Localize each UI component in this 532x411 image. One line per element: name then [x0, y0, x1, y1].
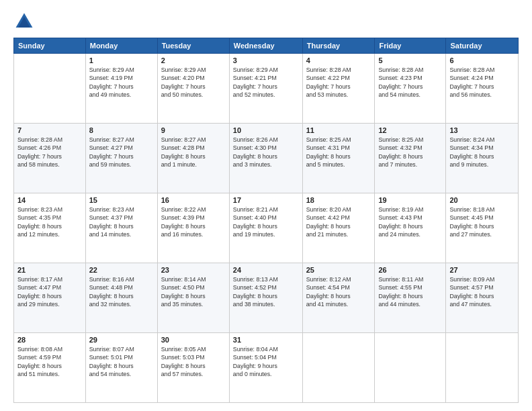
day-info: Sunrise: 8:28 AM Sunset: 4:22 PM Dayligh…: [306, 66, 371, 99]
day-number: 26: [378, 266, 442, 274]
day-number: 21: [17, 266, 82, 274]
calendar-cell: 7Sunrise: 8:28 AM Sunset: 4:26 PM Daylig…: [14, 124, 86, 193]
day-info: Sunrise: 8:17 AM Sunset: 4:47 PM Dayligh…: [17, 275, 82, 308]
day-number: 2: [161, 56, 226, 64]
day-info: Sunrise: 8:18 AM Sunset: 4:45 PM Dayligh…: [449, 205, 515, 238]
day-number: 6: [449, 56, 515, 64]
calendar-cell: 9Sunrise: 8:27 AM Sunset: 4:28 PM Daylig…: [157, 124, 229, 193]
calendar-cell: 26Sunrise: 8:11 AM Sunset: 4:55 PM Dayli…: [375, 263, 446, 333]
calendar-cell: 1Sunrise: 8:29 AM Sunset: 4:19 PM Daylig…: [85, 54, 157, 124]
day-info: Sunrise: 8:23 AM Sunset: 4:37 PM Dayligh…: [89, 205, 154, 238]
day-number: 30: [161, 336, 226, 344]
calendar-cell: 25Sunrise: 8:12 AM Sunset: 4:54 PM Dayli…: [302, 263, 375, 333]
day-info: Sunrise: 8:26 AM Sunset: 4:30 PM Dayligh…: [233, 136, 299, 169]
logo: [13, 11, 38, 32]
day-number: 24: [233, 266, 299, 274]
weekday-header-saturday: Saturday: [446, 38, 519, 54]
day-info: Sunrise: 8:25 AM Sunset: 4:31 PM Dayligh…: [306, 136, 371, 169]
week-row-2: 7Sunrise: 8:28 AM Sunset: 4:26 PM Daylig…: [14, 124, 519, 193]
calendar-cell: 3Sunrise: 8:29 AM Sunset: 4:21 PM Daylig…: [229, 54, 302, 124]
day-number: 20: [449, 196, 515, 204]
day-number: 8: [89, 126, 154, 134]
day-info: Sunrise: 8:22 AM Sunset: 4:39 PM Dayligh…: [161, 205, 226, 238]
weekday-header-monday: Monday: [85, 38, 157, 54]
day-number: 5: [378, 56, 442, 64]
day-number: 11: [306, 126, 371, 134]
weekday-header-friday: Friday: [375, 38, 446, 54]
day-info: Sunrise: 8:07 AM Sunset: 5:01 PM Dayligh…: [89, 345, 154, 378]
day-info: Sunrise: 8:23 AM Sunset: 4:35 PM Dayligh…: [17, 205, 82, 238]
day-info: Sunrise: 8:08 AM Sunset: 4:59 PM Dayligh…: [17, 345, 82, 378]
day-info: Sunrise: 8:28 AM Sunset: 4:23 PM Dayligh…: [378, 66, 442, 99]
day-number: 3: [233, 56, 299, 64]
week-row-1: 1Sunrise: 8:29 AM Sunset: 4:19 PM Daylig…: [14, 54, 519, 124]
week-row-3: 14Sunrise: 8:23 AM Sunset: 4:35 PM Dayli…: [14, 193, 519, 263]
day-info: Sunrise: 8:29 AM Sunset: 4:19 PM Dayligh…: [89, 66, 154, 99]
calendar-cell: 16Sunrise: 8:22 AM Sunset: 4:39 PM Dayli…: [157, 193, 229, 263]
day-number: 29: [89, 336, 154, 344]
week-row-5: 28Sunrise: 8:08 AM Sunset: 4:59 PM Dayli…: [14, 333, 519, 403]
day-info: Sunrise: 8:29 AM Sunset: 4:20 PM Dayligh…: [161, 66, 226, 99]
day-info: Sunrise: 8:12 AM Sunset: 4:54 PM Dayligh…: [306, 275, 371, 308]
day-number: 14: [17, 196, 82, 204]
calendar-cell: 18Sunrise: 8:20 AM Sunset: 4:42 PM Dayli…: [302, 193, 375, 263]
calendar-cell: [14, 54, 86, 124]
logo-icon: [13, 11, 35, 32]
calendar-cell: 17Sunrise: 8:21 AM Sunset: 4:40 PM Dayli…: [229, 193, 302, 263]
calendar-cell: 20Sunrise: 8:18 AM Sunset: 4:45 PM Dayli…: [446, 193, 519, 263]
day-number: 31: [233, 336, 299, 344]
day-info: Sunrise: 8:19 AM Sunset: 4:43 PM Dayligh…: [378, 205, 442, 238]
day-number: 7: [17, 126, 82, 134]
calendar-cell: [375, 333, 446, 403]
weekday-header-tuesday: Tuesday: [157, 38, 229, 54]
calendar-cell: 4Sunrise: 8:28 AM Sunset: 4:22 PM Daylig…: [302, 54, 375, 124]
day-number: 10: [233, 126, 299, 134]
day-number: 4: [306, 56, 371, 64]
day-info: Sunrise: 8:27 AM Sunset: 4:27 PM Dayligh…: [89, 136, 154, 169]
day-number: 17: [233, 196, 299, 204]
calendar-cell: 21Sunrise: 8:17 AM Sunset: 4:47 PM Dayli…: [14, 263, 86, 333]
day-info: Sunrise: 8:24 AM Sunset: 4:34 PM Dayligh…: [449, 136, 515, 169]
day-info: Sunrise: 8:25 AM Sunset: 4:32 PM Dayligh…: [378, 136, 442, 169]
calendar-cell: 13Sunrise: 8:24 AM Sunset: 4:34 PM Dayli…: [446, 124, 519, 193]
day-info: Sunrise: 8:27 AM Sunset: 4:28 PM Dayligh…: [161, 136, 226, 169]
day-info: Sunrise: 8:29 AM Sunset: 4:21 PM Dayligh…: [233, 66, 299, 99]
day-number: 28: [17, 336, 82, 344]
weekday-header-row: SundayMondayTuesdayWednesdayThursdayFrid…: [14, 38, 519, 54]
day-number: 18: [306, 196, 371, 204]
calendar-table: SundayMondayTuesdayWednesdayThursdayFrid…: [13, 38, 519, 403]
day-info: Sunrise: 8:14 AM Sunset: 4:50 PM Dayligh…: [161, 275, 226, 308]
calendar-cell: 24Sunrise: 8:13 AM Sunset: 4:52 PM Dayli…: [229, 263, 302, 333]
day-number: 16: [161, 196, 226, 204]
day-info: Sunrise: 8:16 AM Sunset: 4:48 PM Dayligh…: [89, 275, 154, 308]
day-info: Sunrise: 8:04 AM Sunset: 5:04 PM Dayligh…: [233, 345, 299, 378]
calendar-cell: 12Sunrise: 8:25 AM Sunset: 4:32 PM Dayli…: [375, 124, 446, 193]
calendar-cell: 29Sunrise: 8:07 AM Sunset: 5:01 PM Dayli…: [85, 333, 157, 403]
day-number: 25: [306, 266, 371, 274]
calendar-cell: 5Sunrise: 8:28 AM Sunset: 4:23 PM Daylig…: [375, 54, 446, 124]
day-number: 22: [89, 266, 154, 274]
day-info: Sunrise: 8:05 AM Sunset: 5:03 PM Dayligh…: [161, 345, 226, 378]
day-info: Sunrise: 8:09 AM Sunset: 4:57 PM Dayligh…: [449, 275, 515, 308]
day-number: 13: [449, 126, 515, 134]
day-number: 23: [161, 266, 226, 274]
header: [13, 11, 519, 32]
calendar-cell: 8Sunrise: 8:27 AM Sunset: 4:27 PM Daylig…: [85, 124, 157, 193]
calendar-cell: 31Sunrise: 8:04 AM Sunset: 5:04 PM Dayli…: [229, 333, 302, 403]
day-info: Sunrise: 8:13 AM Sunset: 4:52 PM Dayligh…: [233, 275, 299, 308]
day-info: Sunrise: 8:28 AM Sunset: 4:24 PM Dayligh…: [449, 66, 515, 99]
calendar-cell: 2Sunrise: 8:29 AM Sunset: 4:20 PM Daylig…: [157, 54, 229, 124]
calendar-cell: 28Sunrise: 8:08 AM Sunset: 4:59 PM Dayli…: [14, 333, 86, 403]
calendar-cell: 27Sunrise: 8:09 AM Sunset: 4:57 PM Dayli…: [446, 263, 519, 333]
calendar-cell: 15Sunrise: 8:23 AM Sunset: 4:37 PM Dayli…: [85, 193, 157, 263]
weekday-header-wednesday: Wednesday: [229, 38, 302, 54]
day-info: Sunrise: 8:28 AM Sunset: 4:26 PM Dayligh…: [17, 136, 82, 169]
calendar-cell: [302, 333, 375, 403]
day-info: Sunrise: 8:11 AM Sunset: 4:55 PM Dayligh…: [378, 275, 442, 308]
week-row-4: 21Sunrise: 8:17 AM Sunset: 4:47 PM Dayli…: [14, 263, 519, 333]
calendar-cell: 22Sunrise: 8:16 AM Sunset: 4:48 PM Dayli…: [85, 263, 157, 333]
weekday-header-sunday: Sunday: [14, 38, 86, 54]
calendar-cell: 10Sunrise: 8:26 AM Sunset: 4:30 PM Dayli…: [229, 124, 302, 193]
day-number: 15: [89, 196, 154, 204]
weekday-header-thursday: Thursday: [302, 38, 375, 54]
